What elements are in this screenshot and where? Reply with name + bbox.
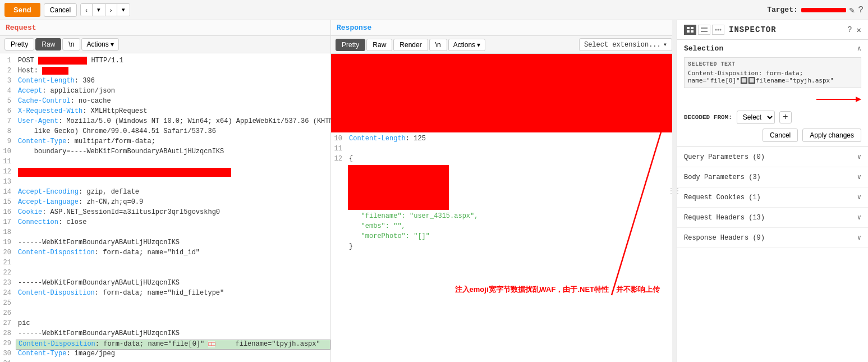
code-line-17: 17 Connection: close: [0, 218, 330, 228]
redacted-host: [42, 67, 68, 75]
code-line-23: 23 ------WebKitFormBoundaryABAutLjHUzqcn…: [0, 279, 330, 289]
tab-n[interactable]: \n: [62, 38, 80, 51]
accordion-query-header[interactable]: Query Parameters (0) ∨: [677, 147, 868, 167]
svg-point-10: [720, 29, 722, 31]
response-tab-n[interactable]: \n: [429, 39, 447, 51]
tab-actions[interactable]: Actions ▾: [81, 38, 119, 51]
selected-text-content: Content-Disposition: form-data;name="fil…: [688, 70, 857, 84]
code-line-1: 1 POST HTTP/1.1: [0, 57, 330, 67]
send-button[interactable]: Send: [4, 3, 40, 17]
svg-rect-6: [701, 28, 708, 29]
target-value: [801, 8, 846, 12]
nav-back-button[interactable]: ‹: [81, 4, 93, 16]
inspector-close-icon[interactable]: ✕: [857, 25, 861, 35]
accordion-resp-headers-title: Response Headers (9): [684, 234, 765, 242]
accordion-query-params: Query Parameters (0) ∨: [677, 147, 868, 167]
code-line-7: 7 User-Agent: Mozilla/5.0 (Windows NT 10…: [0, 117, 330, 127]
nav-fwd-down-button[interactable]: ▾: [117, 4, 130, 16]
code-line-18: 18: [0, 228, 330, 239]
cancel-button[interactable]: Cancel: [44, 3, 77, 17]
request-panel: Request Pretty Raw \n Actions ▾ 1 POST H…: [0, 20, 331, 362]
code-line-26: 26: [0, 309, 330, 319]
resp-line-16: }: [331, 242, 677, 253]
request-title: Request: [0, 20, 330, 36]
accordion-cookies-header[interactable]: Request Cookies (1) ∨: [677, 187, 868, 207]
code-line-16: 16 Cookie: ASP.NET_SessionId=a3iltuslpcr…: [0, 208, 330, 218]
resp-line-10: 10 Content-Length: 125: [331, 135, 677, 145]
nav-fwd-button[interactable]: ›: [105, 4, 117, 16]
resp-line-13: "filename": "user_4315.aspx",: [331, 212, 677, 222]
svg-point-8: [715, 29, 717, 31]
svg-rect-2: [687, 27, 690, 29]
resp-line-12: 12 {: [331, 155, 677, 165]
code-line-31: 31: [0, 360, 330, 362]
response-tab-pretty[interactable]: Pretty: [336, 39, 365, 51]
svg-rect-4: [687, 30, 690, 33]
nav-back-down-button[interactable]: ▾: [93, 4, 105, 16]
selection-section-header: Selection ∧: [684, 44, 861, 53]
svg-rect-7: [701, 31, 708, 32]
accordion-cookies-chevron: ∨: [857, 193, 861, 201]
accordion-resp-headers-header[interactable]: Response Headers (9) ∨: [677, 228, 868, 248]
select-extension-dropdown[interactable]: Select extension... ▾: [579, 38, 672, 51]
response-panel: Response Pretty Raw Render \n Actions ▾ …: [331, 20, 677, 362]
code-line-24: 24 Content-Disposition: form-data; name=…: [0, 289, 330, 299]
redacted-url: [38, 57, 87, 65]
code-line-28: 28 ------WebKitFormBoundaryABAutLjHUzqcn…: [0, 329, 330, 340]
response-header-area: Pretty Raw Render \n Actions ▾ Select ex…: [331, 36, 677, 54]
accordion-cookies-title: Request Cookies (1): [684, 194, 761, 201]
svg-rect-5: [691, 30, 694, 33]
response-tab-raw[interactable]: Raw: [366, 39, 392, 51]
view-dots-icon[interactable]: [712, 25, 724, 35]
view-lines-icon[interactable]: [698, 25, 710, 35]
selection-chevron-icon[interactable]: ∧: [857, 44, 861, 53]
decoded-from-select[interactable]: Select: [737, 111, 775, 124]
help-icon[interactable]: ?: [858, 5, 864, 15]
code-line-3: 3 Content-Length: 396: [0, 77, 330, 87]
cancel-small-button[interactable]: Cancel: [763, 129, 798, 142]
code-line-8: 8 like Gecko) Chrome/99.0.4844.51 Safari…: [0, 127, 330, 138]
accordion-body-params: Body Parameters (3) ∨: [677, 167, 868, 187]
tab-pretty[interactable]: Pretty: [4, 38, 34, 51]
view-grid-icon[interactable]: [684, 25, 696, 35]
main-content: Request Pretty Raw \n Actions ▾ 1 POST H…: [0, 20, 868, 362]
inspector-arrow: [684, 94, 861, 107]
target-label: Target:: [767, 6, 798, 14]
response-title: Response: [331, 20, 677, 36]
accordion-req-headers-header[interactable]: Request Headers (13) ∨: [677, 208, 868, 227]
inspector-arrow-svg: [816, 94, 861, 105]
response-tab-actions[interactable]: Actions ▾: [448, 39, 486, 51]
apply-changes-button[interactable]: Apply changes: [802, 129, 861, 142]
code-line-2: 2 Host:: [0, 67, 330, 77]
inspector-title: INSPECTOR: [729, 25, 777, 34]
decoded-from-row: DECODED FROM: Select +: [684, 111, 861, 124]
panel-divider[interactable]: ⋮: [672, 20, 677, 362]
inspector-panel: INSPECTOR ? ✕ Selection ∧ SELECTED TEXT …: [677, 20, 868, 362]
plus-button[interactable]: +: [779, 111, 792, 123]
resp-line-15: "morePhoto": "[]": [331, 232, 677, 242]
code-line-4: 4 Accept: application/json: [0, 87, 330, 97]
accordion-query-chevron: ∨: [857, 153, 861, 161]
code-line-27: 27 pic: [0, 319, 330, 329]
select-ext-label: Select extension...: [584, 41, 661, 49]
accordion-req-headers-chevron: ∨: [857, 213, 861, 222]
tab-raw[interactable]: Raw: [35, 38, 61, 51]
inspector-help-icon[interactable]: ?: [847, 25, 852, 35]
code-line-22: 22: [0, 269, 330, 279]
resp-line-14: "embs": "",: [331, 222, 677, 232]
code-line-29: 29 Content-Disposition: form-data; name=…: [0, 340, 330, 350]
accordion-resp-headers: Response Headers (9) ∨: [677, 228, 868, 248]
edit-icon[interactable]: ✎: [849, 4, 855, 16]
code-line-6: 6 X-Requested-With: XMLHttpRequest: [0, 107, 330, 117]
accordion-resp-headers-chevron: ∨: [857, 233, 861, 242]
accordion-req-headers-title: Request Headers (13): [684, 214, 765, 222]
selection-section: Selection ∧ SELECTED TEXT Content-Dispos…: [677, 40, 868, 147]
response-tab-render[interactable]: Render: [393, 39, 428, 51]
target-area: Target: ✎ ?: [767, 4, 864, 16]
code-line-11: 11: [0, 158, 330, 168]
accordion-cookies: Request Cookies (1) ∨: [677, 187, 868, 208]
request-code-area[interactable]: 1 POST HTTP/1.1 2 Host: 3 Content-Length…: [0, 53, 330, 362]
response-code-area[interactable]: 10 Content-Length: 125 11 12 { "filename…: [331, 132, 677, 362]
accordion-body-header[interactable]: Body Parameters (3) ∨: [677, 167, 868, 187]
code-line-25: 25: [0, 299, 330, 309]
